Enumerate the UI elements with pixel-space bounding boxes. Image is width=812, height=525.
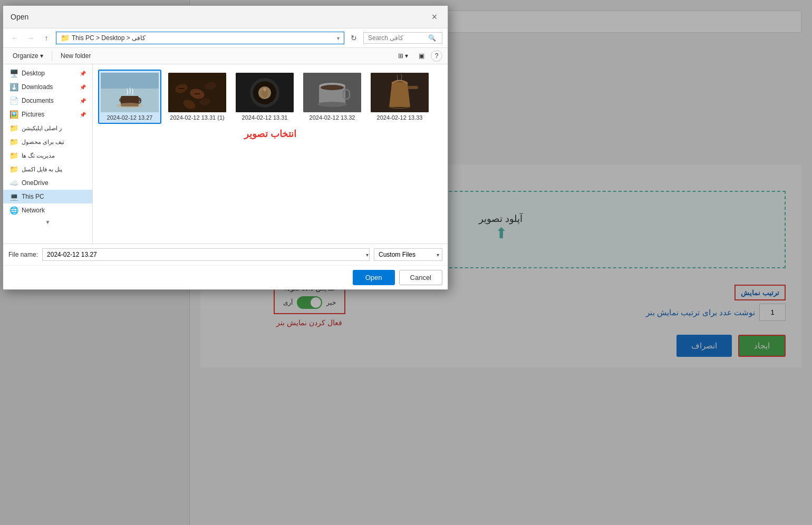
nav-folder1-label: ر اصلی اپلیکیشن — [22, 125, 62, 132]
folder1-icon: 📁 — [9, 124, 18, 132]
cancel-button[interactable]: Cancel — [399, 270, 442, 285]
files-grid: 2024-02-12 13.27 — [98, 70, 442, 124]
nav-item-folder1[interactable]: 📁 ر اصلی اپلیکیشن — [3, 121, 92, 135]
nav-pictures-label: Pictures — [22, 111, 44, 118]
file-item-2[interactable]: 2024-02-12 13.31 (1) — [166, 70, 229, 124]
folder4-icon: 📁 — [9, 165, 18, 173]
dialog-title: Open — [11, 13, 28, 21]
nav-folder4-label: پنل به فایل اکسل — [22, 166, 62, 173]
file-name-2: 2024-02-12 13.31 (1) — [170, 114, 224, 121]
up-button[interactable]: ↑ — [40, 32, 53, 44]
back-button[interactable]: ← — [8, 32, 21, 44]
filename-input-wrap: ▾ — [42, 248, 370, 261]
view-grid-button[interactable]: ⊞ ▾ — [394, 50, 412, 62]
filename-input[interactable] — [42, 248, 370, 261]
file-open-dialog: Open × ← → ↑ 📁 This PC > Desktop > کافی … — [3, 5, 448, 290]
nav-item-desktop[interactable]: 🖥️ Desktop 📌 — [3, 66, 92, 80]
desktop-icon: 🖥️ — [9, 69, 18, 77]
dialog-close-button[interactable]: × — [429, 11, 440, 23]
organize-button[interactable]: Organize ▾ — [8, 50, 47, 62]
svg-point-19 — [263, 88, 266, 91]
dialog-titlebar: Open × — [3, 6, 448, 28]
file-item-4[interactable]: 2024-02-12 13.32 — [301, 70, 364, 124]
pictures-icon: 🖼️ — [9, 110, 18, 119]
file-thumb-3 — [236, 73, 294, 112]
nav-item-onedrive[interactable]: ☁️ OneDrive — [3, 176, 92, 190]
nav-folder3-label: مدیریت تگ ها — [22, 152, 55, 159]
downloads-icon: ⬇️ — [9, 83, 18, 91]
forward-button[interactable]: → — [24, 32, 37, 44]
nav-item-downloads[interactable]: ⬇️ Downloads 📌 — [3, 80, 92, 94]
filename-label: File name: — [8, 251, 38, 258]
nav-item-folder4[interactable]: 📁 پنل به فایل اکسل — [3, 162, 92, 176]
file-thumb-4 — [303, 73, 361, 112]
help-button[interactable]: ? — [431, 50, 442, 62]
nav-item-thispc[interactable]: 💻 This PC — [3, 190, 92, 203]
dialog-filename-bar: File name: ▾ Custom Files All Files (*.*… — [3, 244, 448, 265]
svg-point-23 — [317, 102, 347, 107]
svg-point-5 — [117, 103, 143, 108]
dialog-toolbar: Organize ▾ New folder ⊞ ▾ ▣ ? — [3, 48, 448, 64]
pin-icon-2: 📌 — [80, 84, 86, 90]
nav-item-pictures[interactable]: 🖼️ Pictures 📌 — [3, 108, 92, 121]
nav-onedrive-label: OneDrive — [22, 179, 49, 187]
filetype-select[interactable]: Custom Files All Files (*.*) — [374, 248, 442, 261]
nav-item-folder3[interactable]: 📁 مدیریت تگ ها — [3, 149, 92, 162]
nav-thispc-label: This PC — [22, 193, 44, 200]
view-pane-button[interactable]: ▣ — [414, 50, 429, 62]
nav-downloads-label: Downloads — [22, 83, 53, 91]
path-dropdown-icon[interactable]: ▾ — [337, 35, 340, 41]
nav-folder2-label: تیف برای محصول — [22, 139, 64, 145]
refresh-button[interactable]: ↻ — [347, 32, 360, 44]
svg-point-25 — [321, 85, 344, 90]
pin-icon-4: 📌 — [80, 112, 86, 118]
nav-item-network[interactable]: 🌐 Network — [3, 203, 92, 217]
nav-network-label: Network — [22, 207, 45, 214]
svg-rect-27 — [408, 86, 418, 89]
file-thumb-2 — [168, 73, 226, 112]
file-item-1[interactable]: 2024-02-12 13.27 — [98, 70, 161, 124]
nav-documents-label: Documents — [22, 97, 54, 104]
toolbar-separator-1 — [52, 51, 52, 61]
nav-expand-btn[interactable]: ▼ — [3, 217, 92, 227]
dialog-files: 2024-02-12 13.27 — [93, 64, 448, 244]
file-name-4: 2024-02-12 13.32 — [310, 114, 355, 121]
file-item-5[interactable]: 2024-02-12 13.33 — [368, 70, 431, 124]
file-name-1: 2024-02-12 13.27 — [107, 114, 153, 121]
select-annotation: انتخاب تصویر — [98, 128, 442, 140]
nav-desktop-label: Desktop — [22, 70, 45, 77]
dialog-nav: 🖥️ Desktop 📌 ⬇️ Downloads 📌 📄 Documents … — [3, 64, 93, 244]
dialog-buttons: Open Cancel — [3, 265, 448, 289]
nav-item-documents[interactable]: 📄 Documents 📌 — [3, 94, 92, 108]
file-thumb-1 — [101, 73, 159, 112]
expand-icon: ▼ — [45, 219, 51, 225]
folder3-icon: 📁 — [9, 151, 18, 160]
file-name-3: 2024-02-12 13.31 — [242, 114, 288, 121]
address-path[interactable]: 📁 This PC > Desktop > کافی ▾ — [56, 32, 344, 44]
search-icon: 🔍 — [428, 34, 436, 42]
address-bar: ← → ↑ 📁 This PC > Desktop > کافی ▾ ↻ 🔍 — [3, 28, 448, 48]
documents-icon: 📄 — [9, 96, 18, 105]
folder2-icon: 📁 — [9, 138, 18, 146]
path-folder-icon: 📁 — [61, 34, 70, 42]
file-name-5: 2024-02-12 13.33 — [377, 114, 423, 121]
search-input[interactable] — [368, 34, 426, 42]
filename-dropdown-button[interactable]: ▾ — [366, 252, 369, 258]
onedrive-icon: ☁️ — [9, 179, 18, 187]
path-text: This PC > Desktop > کافی — [72, 34, 146, 42]
thispc-icon: 💻 — [9, 192, 18, 201]
pin-icon-3: 📌 — [80, 98, 86, 104]
new-folder-button[interactable]: New folder — [56, 50, 95, 62]
toolbar-view-icons: ⊞ ▾ ▣ ? — [394, 50, 442, 62]
filetype-wrap: Custom Files All Files (*.*) ▾ — [374, 248, 442, 261]
open-button[interactable]: Open — [353, 270, 395, 285]
file-item-3[interactable]: 2024-02-12 13.31 — [233, 70, 296, 124]
network-icon: 🌐 — [9, 206, 18, 215]
pin-icon: 📌 — [80, 71, 86, 76]
dialog-body: 🖥️ Desktop 📌 ⬇️ Downloads 📌 📄 Documents … — [3, 64, 448, 244]
file-thumb-5 — [371, 73, 429, 112]
search-box[interactable]: 🔍 — [363, 32, 442, 44]
nav-item-folder2[interactable]: 📁 تیف برای محصول — [3, 135, 92, 149]
